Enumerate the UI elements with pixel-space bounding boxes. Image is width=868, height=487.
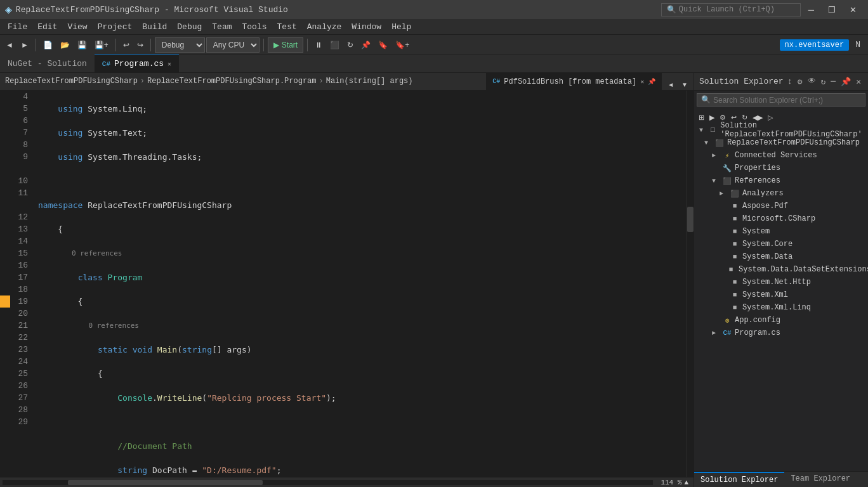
- se-toolbar-btn1[interactable]: ⊞: [697, 113, 706, 122]
- program-cs-label: Program.cs: [735, 328, 780, 337]
- se-properties[interactable]: 🔧 Properties: [694, 162, 868, 174]
- ref-icon-7: ■: [730, 277, 740, 287]
- se-ref-dataset-ext[interactable]: ■ System.Data.DataSetExtensions: [694, 263, 868, 276]
- se-connected-services[interactable]: ► ⚡ Connected Services: [694, 149, 868, 162]
- toolbar-btn-6[interactable]: 🔖+: [392, 39, 412, 51]
- se-program-cs[interactable]: ► C# Program.cs: [694, 327, 868, 339]
- undo-button[interactable]: ↩: [120, 39, 133, 51]
- title-bar: ◈ ReplaceTextFromPDFUsingCSharp - Micros…: [0, 0, 868, 19]
- se-preview-btn[interactable]: 👁: [806, 77, 818, 87]
- se-ref-system[interactable]: ■ System: [694, 225, 868, 238]
- h-scrollbar-thumb[interactable]: [68, 480, 263, 485]
- tab-team-explorer[interactable]: Team Explorer: [784, 472, 857, 487]
- gutter-5: [0, 103, 10, 115]
- metadata-tab[interactable]: C# PdfSolidBrush [from metadata] ✕ 📌: [486, 73, 662, 90]
- tab-program-close[interactable]: ✕: [168, 60, 171, 68]
- code-text[interactable]: using System.Linq; using System.Text; us…: [33, 91, 686, 477]
- se-app-config[interactable]: ⚙ App.config: [694, 314, 868, 327]
- ref-system-label: System: [742, 227, 770, 236]
- gutter-29: [0, 416, 10, 428]
- new-project-button[interactable]: 📄: [40, 39, 56, 51]
- save-button[interactable]: 💾: [74, 39, 90, 51]
- zoom-chevron[interactable]: ▲: [684, 479, 688, 486]
- close-button[interactable]: ✕: [843, 3, 863, 17]
- tab-program[interactable]: C# Program.cs ✕: [95, 55, 179, 72]
- toolbar-btn-2[interactable]: ⬛: [327, 39, 343, 51]
- back-button[interactable]: ◄: [3, 39, 16, 51]
- breadcrumb-project[interactable]: ReplaceTextFromPDFUsingCSharp: [5, 77, 138, 86]
- menu-tools[interactable]: Tools: [237, 20, 272, 34]
- tab-nuget[interactable]: NuGet - Solution: [0, 55, 95, 72]
- code-editor[interactable]: 4 5 6 7 8 9 10 11 12 13 14 15 16 17 18 1…: [0, 91, 694, 477]
- toolbar-btn-1[interactable]: ⏸: [312, 39, 326, 51]
- se-project[interactable]: ▼ ⬛ ReplaceTextFromPDFUsingCSharp: [694, 136, 868, 149]
- code-line-5: using System.Text;: [38, 127, 681, 139]
- tab-program-label: Program.cs: [114, 59, 164, 68]
- menu-edit[interactable]: Edit: [32, 20, 62, 34]
- menu-team[interactable]: Team: [207, 20, 237, 34]
- gutter-21: [0, 320, 10, 332]
- se-close-btn[interactable]: ✕: [854, 77, 863, 87]
- config-dropdown[interactable]: Debug Release: [155, 37, 205, 53]
- minimize-button[interactable]: ─: [802, 3, 820, 17]
- tab-solution-explorer[interactable]: Solution Explorer: [694, 472, 784, 487]
- platform-dropdown[interactable]: Any CPU: [206, 37, 260, 53]
- se-ref-xml[interactable]: ■ System.Xml: [694, 289, 868, 301]
- zoom-value[interactable]: 114 %: [661, 479, 681, 486]
- redo-button[interactable]: ↪: [134, 39, 147, 51]
- app-config-arrow: [712, 317, 720, 324]
- se-search-bar[interactable]: 🔍: [697, 93, 865, 107]
- breadcrumb-method[interactable]: Main(string[] args): [326, 77, 413, 86]
- menu-analyze[interactable]: Analyze: [302, 20, 347, 34]
- se-analyzers[interactable]: ► ⬛ Analyzers: [694, 187, 868, 200]
- se-references[interactable]: ▼ ⬛ References: [694, 174, 868, 187]
- se-solution[interactable]: ▼ □ Solution 'ReplaceTextFromPDFUsingCSh…: [694, 124, 868, 136]
- menu-debug[interactable]: Debug: [172, 20, 207, 34]
- se-toolbar-btn2[interactable]: ▶: [707, 113, 716, 122]
- project-label: ReplaceTextFromPDFUsingCSharp: [727, 138, 860, 147]
- ref-arrow-2: [720, 216, 727, 223]
- menu-test[interactable]: Test: [272, 20, 302, 34]
- restore-button[interactable]: ❐: [822, 3, 842, 17]
- forward-button[interactable]: ►: [18, 39, 32, 51]
- horizontal-scroll-bar: 114 % ▲: [0, 477, 694, 487]
- se-properties-btn[interactable]: ⚙: [796, 77, 805, 87]
- open-button[interactable]: 📂: [57, 39, 73, 51]
- se-collapse-btn[interactable]: ─: [829, 77, 838, 87]
- se-ref-system-core[interactable]: ■ System.Core: [694, 238, 868, 250]
- menu-view[interactable]: View: [62, 20, 92, 34]
- toolbar-btn-5[interactable]: 🔖: [375, 39, 391, 51]
- se-refresh-btn[interactable]: ↻: [819, 77, 828, 87]
- vertical-scrollbar[interactable]: [686, 91, 694, 477]
- scrollbar-thumb[interactable]: [687, 207, 694, 232]
- solution-arrow: ▼: [699, 127, 705, 134]
- metadata-tab-pin[interactable]: 📌: [648, 78, 655, 86]
- tab-dropdown[interactable]: ▼: [678, 79, 691, 90]
- menu-window[interactable]: Window: [346, 20, 386, 34]
- quick-launch[interactable]: 🔍 Quick Launch (Ctrl+Q): [661, 3, 801, 16]
- save-all-button[interactable]: 💾+: [91, 39, 112, 51]
- ref-system-core-label: System.Core: [742, 240, 792, 249]
- start-button[interactable]: ▶ Start: [268, 37, 303, 53]
- h-scrollbar-track[interactable]: [3, 480, 653, 485]
- se-ref-system-data[interactable]: ■ System.Data: [694, 250, 868, 263]
- project-arrow: ▼: [704, 140, 712, 146]
- se-pin-btn[interactable]: 📌: [839, 77, 853, 87]
- se-sync-btn[interactable]: ↕: [786, 77, 794, 87]
- metadata-tab-close[interactable]: ✕: [640, 78, 644, 86]
- ref-arrow-5: [720, 254, 727, 261]
- se-ref-net-http[interactable]: ■ System.Net.Http: [694, 276, 868, 289]
- se-search-input[interactable]: [713, 96, 861, 105]
- se-ref-aspose[interactable]: ■ Aspose.Pdf: [694, 200, 868, 212]
- menu-project[interactable]: Project: [93, 20, 138, 34]
- tab-nav-left[interactable]: ◄: [664, 79, 677, 90]
- menu-help[interactable]: Help: [386, 20, 416, 34]
- se-ref-xml-linq[interactable]: ■ System.Xml.Linq: [694, 301, 868, 314]
- toolbar-btn-3[interactable]: ↻: [344, 39, 357, 51]
- menu-file[interactable]: File: [3, 20, 32, 34]
- se-ref-csharp[interactable]: ■ Microsoft.CSharp: [694, 212, 868, 225]
- toolbar-btn-4[interactable]: 📌: [358, 39, 374, 51]
- menu-build[interactable]: Build: [137, 20, 172, 34]
- breadcrumb-namespace[interactable]: ReplaceTextFromPDFUsingCSharp.Program: [147, 77, 316, 86]
- metadata-tab-icon: C#: [492, 78, 500, 85]
